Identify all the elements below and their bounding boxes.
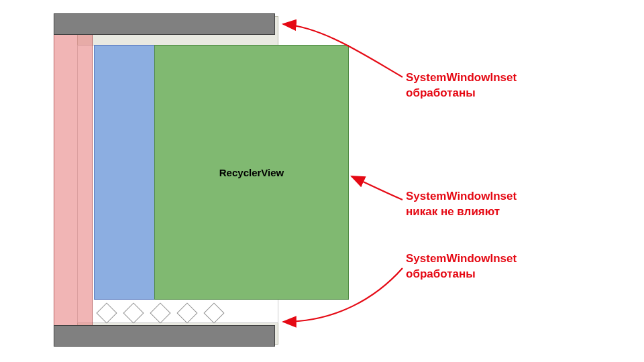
recycler-view-pane: RecyclerView xyxy=(154,45,349,300)
bottom-inset-bar xyxy=(54,325,275,347)
diamond-row xyxy=(99,303,267,323)
annotation-middle: SystemWindowInset никак не влияют xyxy=(406,189,517,220)
annotation-bottom-line1: SystemWindowInset xyxy=(406,252,517,265)
annotation-middle-line1: SystemWindowInset xyxy=(406,190,517,202)
diamond-icon xyxy=(150,302,170,323)
recycler-view-label: RecyclerView xyxy=(219,167,284,178)
annotation-bottom: SystemWindowInset обработаны xyxy=(406,251,517,282)
arrow-middle xyxy=(352,176,402,200)
annotation-top: SystemWindowInset обработаны xyxy=(406,70,517,101)
top-inset-bar xyxy=(54,13,275,35)
annotation-bottom-line2: обработаны xyxy=(406,267,476,280)
diagram-stage: RecyclerView SystemWindowInset обработан… xyxy=(0,0,644,362)
diamond-icon xyxy=(96,302,117,323)
diamond-icon xyxy=(123,302,144,323)
left-inset-overlay xyxy=(54,13,93,347)
annotation-middle-line2: никак не влияют xyxy=(406,205,500,218)
diamond-icon xyxy=(176,302,197,323)
diamond-icon xyxy=(203,302,224,323)
annotation-top-line2: обработаны xyxy=(406,86,476,99)
annotation-top-line1: SystemWindowInset xyxy=(406,71,517,84)
